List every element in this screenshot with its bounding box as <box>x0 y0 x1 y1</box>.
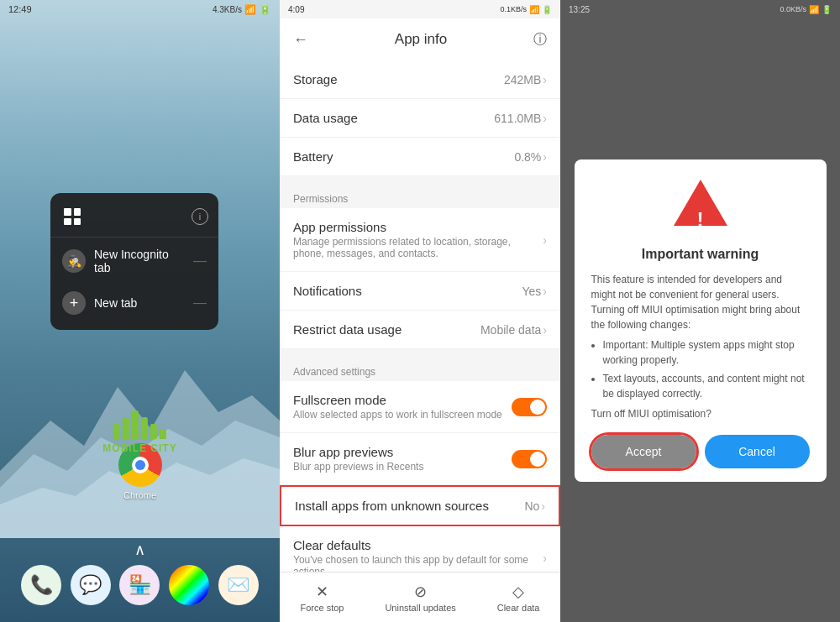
chevron-data: › <box>543 112 547 125</box>
notifications-value: Yes › <box>522 285 547 298</box>
incognito-tab-item[interactable]: 🕵 New Incognito tab — <box>50 239 218 283</box>
warning-icon-wrap: ! <box>674 180 727 233</box>
warning-dialog-panel: 13:25 0.0KB/s 📶 🔋 ! Important warning Th… <box>560 0 840 622</box>
data-value: 611.0MB › <box>494 112 547 125</box>
data-usage-item[interactable]: Data usage 611.0MB › <box>280 99 560 138</box>
status-time-2: 4:09 <box>288 5 304 14</box>
dock-messages[interactable]: 💬 <box>71 565 111 605</box>
dock-app3[interactable]: 🏪 <box>119 565 160 605</box>
new-tab-label: New tab <box>94 296 185 310</box>
warning-icon-container: ! <box>591 180 810 233</box>
status-icons-3: 0.0KB/s 📶 🔋 <box>780 5 832 14</box>
fullscreen-desc: Allow selected apps to work in fullscree… <box>293 409 502 421</box>
dock-phone[interactable]: 📞 <box>21 565 61 605</box>
accept-button[interactable]: Accept <box>591 435 696 468</box>
clear-defaults-desc: You've chosen to launch this app by defa… <box>293 554 543 572</box>
chrome-label: Chrome <box>123 490 156 500</box>
force-stop-icon: ✕ <box>316 583 328 601</box>
permissions-header: Permissions <box>280 183 560 208</box>
fullscreen-toggle[interactable] <box>512 398 547 416</box>
signal-2: 📶 <box>529 5 539 14</box>
install-label: Install apps from unknown sources <box>295 499 489 513</box>
blur-desc: Blur app previews in Recents <box>293 461 423 473</box>
speed-2: 0.1KB/s <box>500 5 527 13</box>
status-icons-2: 0.1KB/s 📶 🔋 <box>500 5 552 14</box>
restrict-data-item[interactable]: Restrict data usage Mobile data › <box>280 311 560 349</box>
dialog-buttons: Accept Cancel <box>591 435 810 468</box>
bar1 <box>113 424 120 439</box>
app-permissions-item[interactable]: App permissions Manage permissions relat… <box>280 208 560 272</box>
app-info-panel: 4:09 0.1KB/s 📶 🔋 ← App info ⓘ Storage 24… <box>280 0 560 622</box>
bars-logo <box>113 410 166 439</box>
battery-item[interactable]: Battery 0.8% › <box>280 138 560 176</box>
app-permissions-desc: Manage permissions related to location, … <box>293 236 543 259</box>
battery-icon: 🔋 <box>259 3 271 15</box>
clear-defaults-label: Clear defaults You've chosen to launch t… <box>293 538 543 572</box>
storage-item[interactable]: Storage 242MB › <box>280 60 560 99</box>
chevron-battery: › <box>543 150 547 164</box>
chevron-restrict: › <box>543 323 547 337</box>
bar4 <box>141 417 148 439</box>
divider1 <box>280 176 560 183</box>
info-button[interactable]: ⓘ <box>533 31 547 49</box>
clear-data-icon: ◇ <box>512 583 524 601</box>
blur-label: Blur app previews Blur app previews in R… <box>293 445 423 473</box>
chevron-notifications: › <box>543 285 547 298</box>
force-stop-label: Force stop <box>300 603 344 613</box>
cancel-button[interactable]: Cancel <box>705 435 810 468</box>
clear-data-label: Clear data <box>497 603 540 613</box>
restrict-value: Mobile data › <box>480 323 547 337</box>
dock-gmail[interactable]: ✉️ <box>218 565 259 605</box>
chrome-inner <box>132 457 149 473</box>
warning-bullets: Important: Multiple system apps might st… <box>591 337 810 401</box>
uninstall-icon: ⊘ <box>414 583 427 601</box>
context-menu: i 🕵 New Incognito tab — + New tab — <box>50 193 218 330</box>
install-value: No › <box>524 499 545 513</box>
status-time: 12:49 <box>8 4 32 14</box>
bar3 <box>132 410 139 439</box>
incognito-icon: 🕵 <box>62 249 86 273</box>
blur-item[interactable]: Blur app previews Blur app previews in R… <box>280 433 560 485</box>
new-tab-icon: + <box>62 291 86 315</box>
info-icon: i <box>192 208 208 225</box>
signal-3: 📶 <box>809 5 819 14</box>
battery-value: 0.8% › <box>514 150 547 164</box>
force-stop-action[interactable]: ✕ Force stop <box>300 583 344 613</box>
warning-question: Turn off MIUI optimisation? <box>591 408 711 420</box>
status-bar-2: 4:09 0.1KB/s 📶 🔋 <box>280 0 560 18</box>
up-chevron[interactable]: ∧ <box>134 541 145 559</box>
uninstall-action[interactable]: ⊘ Uninstall updates <box>385 583 455 613</box>
advanced-header: Advanced settings <box>280 356 560 381</box>
notifications-item[interactable]: Notifications Yes › <box>280 272 560 311</box>
clear-data-action[interactable]: ◇ Clear data <box>497 583 540 613</box>
home-screen-panel: 12:49 4.3KB/s 📶 🔋 i 🕵 New Incognito tab … <box>0 0 280 622</box>
dock-app4[interactable] <box>169 565 209 605</box>
status-icons-1: 4.3KB/s 📶 🔋 <box>213 3 271 15</box>
restrict-label: Restrict data usage <box>293 322 402 337</box>
blur-toggle[interactable] <box>512 450 547 468</box>
fullscreen-item[interactable]: Fullscreen mode Allow selected apps to w… <box>280 381 560 433</box>
speed-3: 0.0KB/s <box>780 5 806 13</box>
exclamation-mark: ! <box>697 210 704 230</box>
logo-text: MOBILE CITY <box>102 442 176 454</box>
bar6 <box>160 429 166 439</box>
mobile-city-logo: MOBILE CITY <box>102 410 176 454</box>
dialog-container: ! Important warning This feature is inte… <box>560 18 840 622</box>
bullet1: Important: Multiple system apps might st… <box>603 337 810 368</box>
dock: 📞 💬 🏪 ✉️ <box>0 565 280 605</box>
warning-dialog: ! Important warning This feature is inte… <box>575 159 827 482</box>
settings-list: Storage 242MB › Data usage 611.0MB › Bat… <box>280 60 560 572</box>
chevron-clear: › <box>543 551 547 565</box>
status-bar-1: 12:49 4.3KB/s 📶 🔋 <box>0 0 280 18</box>
chevron-storage: › <box>543 73 547 86</box>
warning-body: This feature is intended for developers … <box>591 272 810 421</box>
incognito-dots: — <box>193 254 207 269</box>
install-apps-item[interactable]: Install apps from unknown sources No › <box>280 485 560 526</box>
new-tab-item[interactable]: + New tab — <box>50 283 218 323</box>
divider2 <box>280 349 560 356</box>
bar2 <box>123 417 129 439</box>
clear-defaults-item[interactable]: Clear defaults You've chosen to launch t… <box>280 526 560 572</box>
back-button[interactable]: ← <box>293 31 308 49</box>
storage-value: 242MB › <box>504 73 547 86</box>
app-permissions-label: App permissions Manage permissions relat… <box>293 220 543 259</box>
